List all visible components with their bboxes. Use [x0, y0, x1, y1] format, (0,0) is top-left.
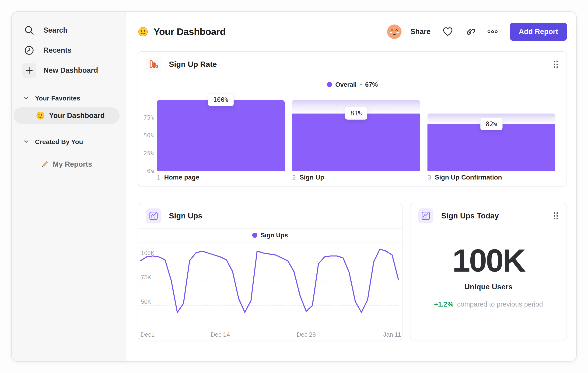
funnel-value-tooltip: 100%	[208, 93, 234, 106]
section-label: Your Favorites	[35, 95, 80, 102]
sidebar: Search Recents New Dashboard Your Favori…	[12, 12, 126, 361]
kpi-body: 100K Unique Users +1.2% compared to prev…	[410, 229, 567, 308]
card-title: Sign Ups Today	[441, 212, 499, 220]
plus-icon	[22, 63, 36, 78]
favorite-heart-icon[interactable]	[443, 27, 453, 37]
funnel-bar-home-page[interactable]: 100%	[157, 100, 285, 171]
step-name: Sign Up	[300, 174, 324, 181]
sign-ups-line-chart	[140, 245, 398, 325]
legend-dot	[252, 233, 257, 238]
bar-chart-icon	[146, 57, 161, 72]
drag-handle-icon[interactable]	[553, 60, 559, 69]
user-avatar[interactable]	[387, 24, 402, 39]
line-legend: Sign Ups	[138, 230, 402, 240]
sidebar-item-recents[interactable]: Recents	[12, 40, 125, 60]
section-label: Created By You	[35, 138, 83, 146]
x-axis-tick: Dec 14	[211, 331, 230, 338]
card-title: Sign Up Rate	[169, 60, 217, 69]
search-icon	[24, 25, 34, 36]
divider	[138, 242, 402, 242]
sidebar-item-label: Your Dashboard	[49, 111, 105, 120]
kpi-delta-note: compared to previous period	[457, 301, 543, 308]
step-name: Sign Up Confirmation	[435, 174, 502, 181]
sidebar-item-label: Recents	[43, 46, 72, 55]
sidebar-item-label: My Reports	[53, 160, 92, 169]
sign-ups-today-card: Sign Ups Today 100K Unique Users +1.2% c…	[410, 203, 567, 340]
legend-label: Sign Ups	[261, 232, 288, 239]
step-label: 2 Sign Up	[292, 174, 420, 181]
sign-up-rate-card: Sign Up Rate Overall • 67% 75% 50% 25%	[138, 51, 567, 186]
funnel-bar-sign-up-confirmation[interactable]: 82%	[428, 113, 555, 171]
add-report-button[interactable]: Add Report	[510, 23, 567, 41]
card-title: Sign Ups	[169, 212, 202, 220]
funnel-bar-sign-up[interactable]: 81%	[292, 100, 420, 171]
more-options-icon[interactable]	[487, 27, 498, 37]
header-actions: Share Add Report	[387, 23, 567, 41]
line-plot: 100K 75K 50K	[140, 245, 398, 325]
drag-handle-icon[interactable]	[553, 211, 559, 221]
sidebar-section-your-favorites[interactable]: Your Favorites	[12, 93, 125, 103]
y-axis-tick: 75%	[140, 114, 154, 121]
step-label: 3 Sign Up Confirmation	[428, 174, 555, 181]
sidebar-item-label: New Dashboard	[43, 66, 98, 75]
card-header: Sign Ups	[138, 203, 402, 229]
legend-dot	[327, 82, 332, 87]
step-number: 1	[157, 174, 160, 181]
card-header: Sign Ups Today	[410, 203, 567, 229]
sidebar-item-my-reports[interactable]: My Reports	[12, 157, 125, 171]
sidebar-item-search[interactable]: Search	[12, 20, 125, 40]
kpi-value: 100K	[452, 244, 525, 276]
main-content: Your Dashboard Share A	[126, 12, 577, 361]
funnel-bar-converted	[292, 113, 420, 171]
funnel-legend: Overall • 67%	[138, 80, 567, 90]
page-title-text: Your Dashboard	[154, 26, 226, 37]
step-label: 1 Home page	[157, 174, 285, 181]
legend-value: 67%	[365, 81, 378, 88]
x-axis-tick: Dec 28	[297, 331, 316, 338]
smiley-icon	[36, 111, 45, 120]
chevron-down-icon	[23, 95, 29, 102]
kpi-delta: +1.2%	[434, 301, 453, 308]
divider	[138, 77, 567, 77]
chevron-down-icon	[23, 139, 29, 145]
clock-icon	[24, 45, 34, 56]
step-number: 2	[292, 174, 296, 181]
funnel-plot: 75% 50% 25% 0% 100% 81%	[157, 100, 555, 171]
pencil-icon	[40, 160, 49, 169]
share-button[interactable]: Share	[410, 28, 430, 36]
sign-ups-card: Sign Ups Sign Ups 100K 75K 50K	[138, 203, 402, 340]
legend-label: Overall	[335, 81, 357, 88]
kpi-delta-row: +1.2% compared to previous period	[434, 301, 543, 308]
page-title: Your Dashboard	[138, 26, 226, 37]
x-axis-tick: Dec1	[140, 331, 155, 338]
y-axis-tick: 50%	[140, 132, 154, 139]
x-axis-labels: Dec1 Dec 14 Dec 28 Jan 11	[140, 331, 398, 340]
dashboard-header: Your Dashboard Share A	[138, 23, 567, 41]
funnel-bar-converted	[157, 100, 285, 171]
line-chart-icon	[418, 208, 433, 223]
sidebar-item-your-dashboard[interactable]: Your Dashboard	[13, 107, 120, 124]
y-axis-tick: 0%	[140, 168, 154, 175]
kpi-label: Unique Users	[464, 282, 512, 291]
funnel-value-tooltip: 82%	[480, 118, 503, 130]
sidebar-item-new-dashboard[interactable]: New Dashboard	[12, 60, 125, 81]
copy-link-icon[interactable]	[465, 27, 475, 37]
x-axis-tick: Jan 11	[383, 331, 401, 338]
funnel-bar-converted	[428, 124, 555, 171]
funnel-step-labels: 1 Home page 2 Sign Up 3 Sign Up Confirma…	[157, 174, 555, 181]
y-axis-tick: 75K	[141, 274, 151, 281]
app-window: Search Recents New Dashboard Your Favori…	[11, 11, 577, 362]
y-axis-tick: 100K	[141, 250, 155, 256]
step-name: Home page	[164, 174, 200, 181]
screen: Search Recents New Dashboard Your Favori…	[0, 0, 588, 373]
line-chart-icon	[146, 208, 161, 223]
sidebar-item-label: Search	[43, 26, 67, 34]
y-axis-tick: 25%	[140, 150, 154, 157]
sidebar-section-created-by-you[interactable]: Created By You	[12, 137, 125, 147]
card-header: Sign Up Rate	[138, 52, 567, 77]
bottom-row: Sign Ups Sign Ups 100K 75K 50K	[138, 203, 567, 340]
smiley-icon	[138, 26, 148, 37]
y-axis-tick: 50K	[141, 298, 151, 305]
legend-separator: •	[360, 81, 362, 88]
funnel-value-tooltip: 81%	[345, 107, 367, 120]
